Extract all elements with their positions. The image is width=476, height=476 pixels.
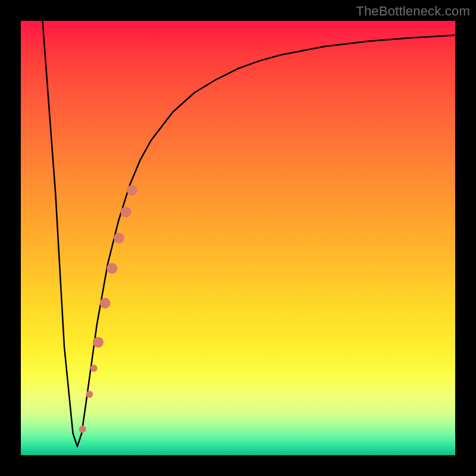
- chart-svg: [21, 21, 455, 455]
- highlight-dot: [90, 365, 98, 372]
- marker-layer: [79, 185, 137, 433]
- highlight-dot: [79, 425, 86, 433]
- highlight-dot: [127, 185, 137, 196]
- watermark-text: TheBottleneck.com: [356, 4, 470, 19]
- highlight-dot: [114, 233, 124, 243]
- bottleneck-curve: [43, 21, 456, 446]
- highlight-dot: [86, 391, 93, 398]
- highlight-dot: [121, 206, 131, 217]
- plot-area: [21, 21, 455, 455]
- curve-layer: [43, 21, 456, 446]
- highlight-dot: [107, 263, 117, 274]
- highlight-dot: [100, 298, 111, 309]
- highlight-dot: [93, 337, 104, 347]
- chart-frame: TheBottleneck.com: [0, 0, 476, 476]
